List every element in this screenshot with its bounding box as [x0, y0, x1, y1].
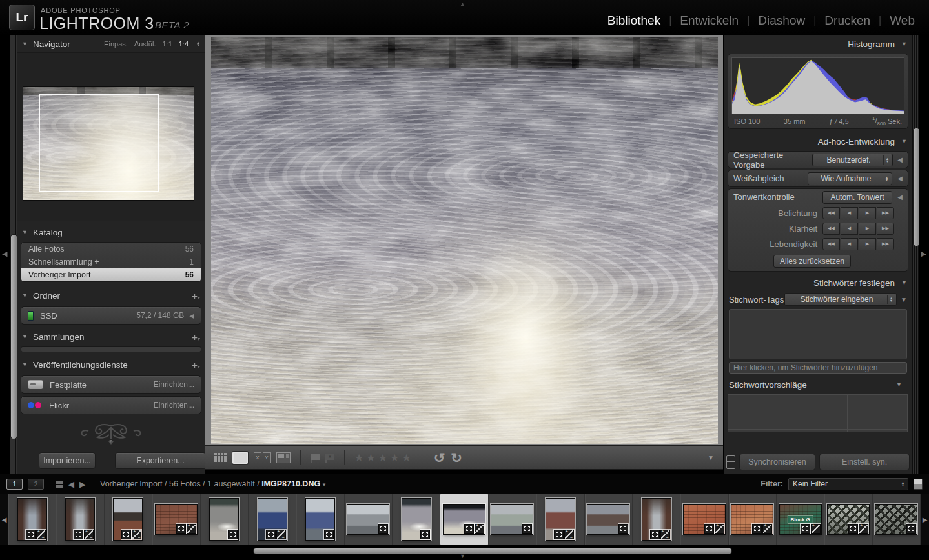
collapse-right-icon[interactable]: ▶ — [921, 250, 926, 258]
star-rating[interactable]: ★★★★★ — [354, 452, 414, 464]
bottom-panel-collapse-icon[interactable]: ▼ — [460, 553, 465, 559]
filmstrip-cell-5[interactable] — [201, 494, 249, 545]
filter-dropdown[interactable]: Kein Filter▲▼ — [788, 478, 908, 490]
crop-badge-icon[interactable] — [121, 530, 131, 539]
keyword-add-input[interactable]: Hier klicken, um Stichwörter hinzuzufüge… — [729, 362, 907, 374]
thumbnail-photo[interactable] — [347, 505, 389, 534]
thumbnail-photo[interactable] — [210, 499, 238, 540]
filmstrip-cell-15[interactable] — [680, 494, 728, 545]
main-photo[interactable] — [211, 37, 718, 444]
develop-badge-icon[interactable] — [811, 524, 821, 534]
crop-badge-icon[interactable] — [378, 524, 388, 534]
breadcrumb-dropdown-icon[interactable]: ▾ — [323, 481, 326, 488]
synchronize-button[interactable]: Synchronisieren — [739, 454, 815, 470]
thumbnail-photo[interactable] — [18, 499, 46, 540]
thumbnail-photo[interactable] — [642, 499, 671, 540]
compare-view-icon[interactable]: XY — [254, 452, 271, 463]
loupe-view-icon[interactable] — [232, 452, 248, 464]
survey-view-icon[interactable] — [276, 452, 291, 463]
stepper-button-big-minus[interactable]: ◀◀ — [822, 238, 840, 250]
thumbnail-photo[interactable] — [546, 499, 575, 540]
import-button[interactable]: Importieren... — [39, 452, 96, 469]
navigator-zoom-rect[interactable] — [39, 94, 159, 192]
zoom-spinner-icon[interactable]: ▲▼ — [196, 41, 200, 46]
crop-badge-icon[interactable] — [618, 524, 628, 534]
thumbnail-photo[interactable] — [875, 505, 917, 534]
crop-badge-icon[interactable] — [906, 524, 916, 534]
add-service-button[interactable]: +▾ — [192, 359, 200, 370]
sammlungen-header[interactable]: ▼ Sammlungen +▾ — [17, 328, 205, 345]
stepper-button-big-minus[interactable]: ◀◀ — [822, 223, 840, 235]
keyword-tags-dropdown[interactable]: Stichwörter eingeben▲▼ — [784, 293, 897, 306]
suggestion-cell[interactable] — [848, 412, 908, 430]
filmstrip-cell-12[interactable] — [536, 494, 584, 545]
develop-badge-icon[interactable] — [715, 524, 724, 534]
crop-badge-icon[interactable] — [26, 530, 36, 539]
katalog-header[interactable]: ▼ Katalog — [17, 224, 205, 241]
collapse-left-icon[interactable]: ◀ — [2, 250, 7, 258]
crop-badge-icon[interactable] — [848, 524, 858, 534]
filmstrip-cell-8[interactable] — [345, 494, 393, 545]
pick-flag-icon[interactable] — [311, 454, 320, 460]
filmstrip-cell-11[interactable] — [489, 494, 536, 545]
filter-toggle[interactable] — [914, 479, 923, 490]
filmstrip-cell-10[interactable] — [440, 494, 488, 545]
saved-preset-dropdown[interactable]: Benutzerdef.▲▼ — [812, 154, 893, 166]
keyword-suggestions-header[interactable]: Stichwortvorschläge ▼ — [724, 376, 912, 393]
navigator-header[interactable]: ▼ Navigator Einpas.Ausfül.1:11:4▲▼ — [17, 35, 205, 52]
service-action[interactable]: Einrichten... — [154, 401, 194, 410]
crop-badge-icon[interactable] — [554, 530, 564, 539]
white-balance-dropdown[interactable]: Wie Aufnahme▲▼ — [808, 172, 892, 185]
keywording-header[interactable]: Stichwörter festlegen ▼ — [724, 274, 912, 291]
filmstrip-cell-19[interactable] — [873, 494, 921, 545]
stepper-button-big-plus[interactable]: ▶▶ — [877, 223, 894, 235]
thumbnail-photo[interactable] — [491, 505, 533, 534]
rotate-left-icon[interactable]: ↺ — [434, 451, 445, 465]
katalog-item[interactable]: Vorheriger Import56 — [21, 268, 201, 281]
reset-all-button[interactable]: Alles zurücksetzen — [773, 255, 851, 268]
left-panel-edge[interactable]: ◀ — [0, 35, 9, 474]
katalog-item[interactable]: Alle Fotos56 — [21, 243, 201, 255]
filmstrip-cell-4[interactable] — [152, 494, 200, 545]
filmstrip-cell-17[interactable]: Block G — [777, 494, 824, 545]
filmstrip-hscroll-thumb[interactable] — [253, 548, 732, 554]
grid-shortcut-icon[interactable] — [56, 481, 63, 488]
stepper-button-big-minus[interactable]: ◀◀ — [822, 207, 840, 219]
suggestion-cell[interactable] — [848, 395, 908, 412]
suggestion-cell[interactable] — [788, 395, 848, 412]
filmstrip-cell-6[interactable] — [249, 494, 296, 545]
thumbnail-photo[interactable] — [444, 505, 485, 534]
rotate-right-icon[interactable]: ↻ — [451, 451, 462, 465]
filmstrip-scroll-right[interactable]: ▶ — [921, 494, 929, 545]
crop-badge-icon[interactable] — [801, 524, 810, 534]
ordner-header[interactable]: ▼ Ordner +▾ — [17, 287, 205, 304]
filmstrip-cell-9[interactable] — [393, 494, 440, 545]
crop-badge-icon[interactable] — [420, 530, 430, 539]
expand-section-icon[interactable]: ◀ — [893, 156, 903, 163]
breadcrumb[interactable]: Vorheriger Import / 56 Fotos / 1 ausgewä… — [100, 479, 325, 488]
folder-ssd-row[interactable]: SSD 57,2 / 148 GB ◀ — [21, 306, 201, 325]
thumbnail-photo[interactable] — [587, 505, 629, 534]
crop-badge-icon[interactable] — [324, 530, 334, 539]
crop-badge-icon[interactable] — [464, 524, 474, 534]
suggestion-cell[interactable] — [728, 430, 788, 432]
filmstrip-cell-1[interactable] — [8, 494, 56, 545]
suggestion-cell[interactable] — [788, 412, 848, 430]
add-folder-button[interactable]: +▾ — [192, 290, 200, 301]
develop-badge-icon[interactable] — [859, 524, 868, 534]
stepper-button-minus[interactable]: ◀ — [841, 223, 858, 235]
expand-section-icon[interactable]: ▼ — [897, 296, 907, 303]
suggestion-cell[interactable] — [728, 412, 788, 430]
module-entwickeln[interactable]: Entwickeln — [680, 14, 739, 28]
reject-flag-icon[interactable]: x — [325, 454, 334, 460]
auto-tone-button[interactable]: Autom. Tonwert — [822, 191, 892, 204]
service-flickr[interactable]: FlickrEinrichten... — [21, 396, 201, 414]
develop-badge-icon[interactable] — [762, 524, 772, 534]
zoom-option-11[interactable]: 1:1 — [162, 40, 172, 48]
expand-left-icon[interactable]: ◀ — [189, 312, 194, 319]
stepper-button-big-plus[interactable]: ▶▶ — [877, 207, 894, 219]
crop-badge-icon[interactable] — [752, 524, 762, 534]
service-festplatte[interactable]: FestplatteEinrichten... — [21, 375, 201, 394]
crop-badge-icon[interactable] — [176, 524, 186, 534]
crop-badge-icon[interactable] — [74, 530, 83, 539]
